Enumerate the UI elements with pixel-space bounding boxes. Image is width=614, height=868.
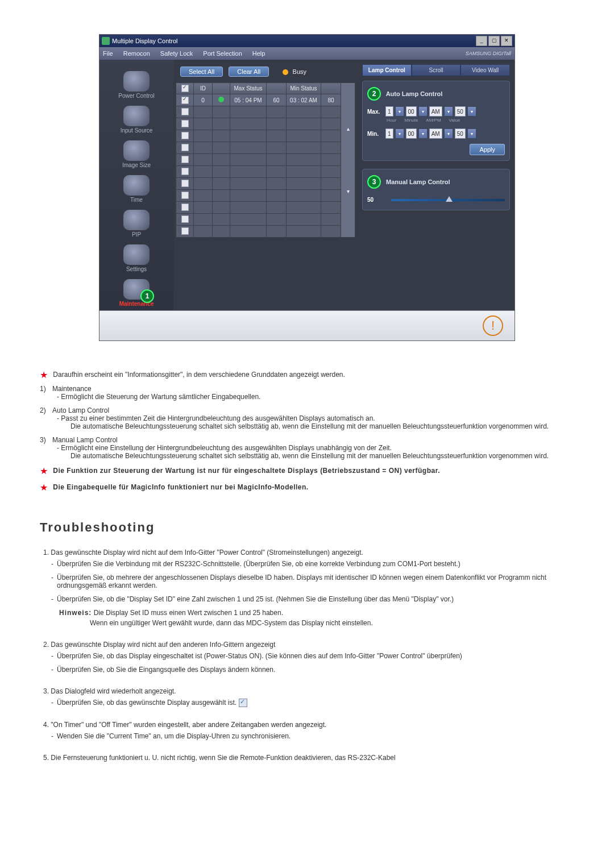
list-title: Auto Lamp Control — [52, 406, 109, 414]
image-size-icon — [123, 140, 150, 161]
t-sub: Überprüfen Sie, ob das gewünschte Displa… — [57, 699, 237, 707]
t-sub: Überprüfen Sie, ob die "Display Set ID" … — [57, 595, 454, 603]
t-num: 3. — [43, 687, 49, 695]
table-row — [176, 190, 355, 202]
warning-icon: ! — [483, 315, 503, 336]
chevron-down-icon[interactable]: ▾ — [419, 129, 427, 138]
status-bar: ! — [99, 310, 515, 340]
table-row[interactable]: 0 05 : 04 PM 60 03 : 02 AM 80 — [176, 94, 355, 106]
cell-min-time: 03 : 02 AM — [287, 94, 321, 106]
sidebar-item-label: Power Control — [118, 93, 154, 99]
chevron-down-icon[interactable]: ▾ — [468, 107, 476, 116]
min-minute-select[interactable]: 00 — [406, 128, 417, 139]
sidebar-item-pip[interactable]: PIP — [99, 210, 173, 241]
table-row — [176, 154, 355, 166]
row-checkbox-icon — [181, 120, 189, 127]
mdc-app-window: Multiple Display Control _ ▢ ✕ File Remo… — [99, 34, 515, 341]
chevron-down-icon[interactable]: ▾ — [396, 129, 404, 138]
row-checkbox-icon — [181, 132, 189, 139]
power-icon — [123, 71, 150, 92]
minimize-button[interactable]: _ — [476, 36, 487, 46]
sidebar-item-label: PIP — [132, 231, 141, 238]
sidebar-item-settings[interactable]: Settings — [99, 244, 173, 276]
min-hour-select[interactable]: 1 — [385, 128, 393, 139]
tab-scroll[interactable]: Scroll — [412, 64, 461, 76]
t-sub: Wenden Sie die "Current Time" an, um die… — [57, 732, 291, 740]
chevron-down-icon[interactable]: ▾ — [396, 107, 404, 116]
sidebar-item-label: Settings — [126, 266, 147, 272]
max-value-select[interactable]: 50 — [455, 106, 466, 117]
menu-file[interactable]: File — [103, 50, 113, 57]
window-title: Multiple Display Control — [112, 38, 178, 44]
select-all-button[interactable]: Select All — [180, 67, 223, 77]
sidebar-item-image-size[interactable]: Image Size — [99, 140, 173, 172]
menu-help[interactable]: Help — [252, 50, 265, 57]
header-checkbox-icon[interactable] — [181, 85, 189, 92]
manual-lamp-slider[interactable] — [391, 199, 505, 201]
tab-lamp-control[interactable]: Lamp Control — [362, 64, 412, 76]
busy-label: Busy — [293, 68, 306, 75]
t-sub: Überprüfen Sie die Verbindung mit der RS… — [57, 560, 460, 568]
table-row — [176, 202, 355, 214]
table-row — [176, 166, 355, 178]
table-row — [176, 142, 355, 154]
note-text: Die Funktion zur Steuerung der Wartung i… — [53, 467, 440, 475]
t-sub: Überprüfen Sie, ob Sie die Eingangsquell… — [57, 666, 275, 674]
max-minute-select[interactable]: 00 — [406, 106, 417, 117]
max-ampm-select[interactable]: AM — [429, 106, 442, 117]
intro-text: Daraufhin erscheint ein "Informationsgit… — [53, 371, 345, 379]
t-num: 4. — [43, 721, 49, 729]
min-label: Min. — [367, 131, 383, 137]
row-checkbox-icon — [181, 192, 189, 199]
list-sub: Die automatische Beleuchtungssteuerung s… — [64, 452, 574, 460]
t-title: Das Dialogfeld wird wiederholt angezeigt… — [51, 687, 176, 695]
manual-lamp-panel: 3 Manual Lamp Control 50 — [362, 169, 510, 210]
star-icon: ★ — [40, 483, 48, 492]
app-icon — [102, 37, 110, 45]
settings-icon — [123, 244, 150, 265]
busy-icon — [283, 69, 288, 75]
clear-all-button[interactable]: Clear All — [229, 67, 269, 77]
right-pane: Lamp Control Scroll Video Wall 2 Auto La… — [358, 60, 515, 310]
cell-min-val: 80 — [321, 94, 341, 106]
sidebar-item-label: Input Source — [121, 127, 153, 134]
sidebar-item-time[interactable]: Time — [99, 175, 173, 206]
slider-thumb-icon[interactable] — [446, 196, 453, 202]
star-icon: ★ — [40, 466, 48, 476]
col-status-icon — [213, 83, 230, 94]
max-hour-select[interactable]: 1 — [385, 106, 393, 117]
list-sub: Die automatische Beleuchtungssteuerung s… — [64, 422, 574, 430]
chevron-down-icon[interactable]: ▾ — [419, 107, 427, 116]
hinweis-text: Wenn ein ungültiger Wert gewählt wurde, … — [90, 619, 574, 627]
t-sub: Überprüfen Sie, ob das Display eingescha… — [57, 652, 462, 660]
max-label: Max. — [367, 109, 383, 115]
menu-remocon[interactable]: Remocon — [123, 50, 150, 57]
cell-max-time: 05 : 04 PM — [230, 94, 267, 106]
table-row — [176, 106, 355, 118]
apply-button[interactable]: Apply — [470, 144, 505, 155]
maximize-button[interactable]: ▢ — [488, 36, 500, 46]
sidebar-item-input-source[interactable]: Input Source — [99, 106, 173, 137]
hinweis-text: Die Display Set ID muss einen Wert zwisc… — [94, 609, 283, 617]
menu-port-selection[interactable]: Port Selection — [203, 50, 242, 57]
col-min-status: Min Status — [287, 83, 321, 94]
menu-safety-lock[interactable]: Safety Lock — [160, 50, 193, 57]
close-button[interactable]: ✕ — [501, 36, 512, 46]
manual-lamp-title: Manual Lamp Control — [386, 178, 450, 185]
row-checkbox-icon[interactable] — [181, 97, 189, 104]
chevron-down-icon[interactable]: ▾ — [445, 107, 453, 116]
t-title: Das gewünschte Display wird nicht auf de… — [51, 549, 363, 556]
sidebar-item-power-control[interactable]: Power Control — [99, 71, 173, 102]
chevron-down-icon[interactable]: ▾ — [445, 129, 453, 138]
min-value-select[interactable]: 50 — [455, 128, 466, 139]
t-title: Das gewünschte Display wird nicht auf de… — [51, 641, 275, 649]
sidebar-item-maintenance[interactable]: 1 Maintenance — [99, 279, 173, 310]
tab-video-wall[interactable]: Video Wall — [460, 64, 510, 76]
chevron-down-icon[interactable]: ▾ — [468, 129, 476, 138]
t-num: 1. — [43, 549, 49, 556]
table-scrollbar[interactable]: ▴▾ — [341, 83, 355, 238]
list-sub: Passt zu einer bestimmten Zeit die Hinte… — [64, 414, 375, 422]
row-checkbox-icon — [181, 227, 189, 235]
checkbox-icon — [239, 699, 247, 707]
min-ampm-select[interactable]: AM — [429, 128, 442, 139]
